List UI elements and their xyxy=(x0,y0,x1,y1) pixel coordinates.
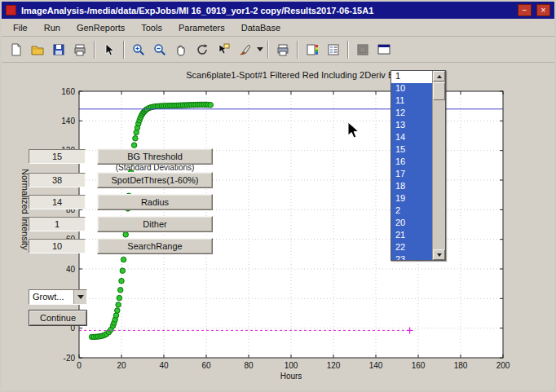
dock-panel-icon xyxy=(356,43,369,56)
continue-button[interactable]: Continue xyxy=(29,310,87,326)
spot-list-item[interactable]: 1 xyxy=(391,71,432,83)
insert-colorbar-icon xyxy=(306,43,319,56)
dock-panel-button[interactable] xyxy=(353,40,373,59)
new-file-icon xyxy=(10,43,23,56)
menu-item-genreports[interactable]: GenReports xyxy=(68,20,133,36)
spot-list-item[interactable]: 16 xyxy=(391,156,432,169)
growth-dropdown[interactable]: Growt... xyxy=(29,289,87,305)
svg-text:100: 100 xyxy=(285,361,298,370)
spot-list-item[interactable]: 14 xyxy=(391,132,432,144)
insert-colorbar-button[interactable] xyxy=(302,40,322,59)
svg-text:140: 140 xyxy=(61,117,75,126)
svg-text:40: 40 xyxy=(66,265,76,274)
growth-dropdown-arrow-button[interactable] xyxy=(73,290,86,304)
minimize-button[interactable]: − xyxy=(518,4,532,16)
open-folder-button[interactable] xyxy=(28,40,47,59)
spot-list-item[interactable]: 13 xyxy=(391,120,432,132)
scroll-down-button[interactable] xyxy=(433,249,445,260)
brush-menu-caret[interactable] xyxy=(255,40,264,59)
zoom-in-icon xyxy=(132,43,145,56)
pan-hand-button[interactable] xyxy=(171,40,191,59)
svg-text:140: 140 xyxy=(369,361,383,370)
print-figure-button[interactable] xyxy=(273,40,293,59)
svg-text:0: 0 xyxy=(77,361,82,370)
app-window: ImageAnalysis-/media/data/ExpJobs/MI 16_… xyxy=(0,0,556,392)
spot-list-item[interactable]: 17 xyxy=(391,169,432,181)
toolbar-separator xyxy=(347,41,349,59)
spot-list-item[interactable]: 21 xyxy=(391,230,432,242)
scroll-up-button[interactable] xyxy=(433,71,445,81)
svg-text:Hours: Hours xyxy=(280,372,302,381)
arrow-up-icon xyxy=(437,75,442,78)
spot-list-item[interactable]: 18 xyxy=(391,181,432,193)
spot-list-item[interactable]: 12 xyxy=(391,108,432,120)
rotate-3d-button[interactable] xyxy=(192,40,212,59)
svg-text:Scan6plate1-Spot#1 Filtered Re: Scan6plate1-Spot#1 Filtered Red Includin… xyxy=(186,70,395,80)
spot-list-item[interactable]: 15 xyxy=(391,144,432,156)
menu-item-run[interactable]: Run xyxy=(36,20,68,36)
dither-button[interactable]: Dither xyxy=(97,216,213,232)
figure-toolbar xyxy=(2,37,554,63)
save-icon xyxy=(52,43,65,56)
brush-button[interactable] xyxy=(235,40,254,59)
menu-item-database[interactable]: DataBase xyxy=(233,20,289,36)
searchrange-input[interactable] xyxy=(29,239,86,253)
new-file-button[interactable] xyxy=(7,40,26,59)
mouse-cursor xyxy=(347,121,360,143)
toolbar-separator xyxy=(297,41,298,59)
spot-list-item[interactable]: 23 xyxy=(391,254,432,260)
menu-item-tools[interactable]: Tools xyxy=(133,20,170,36)
window-title: ImageAnalysis-/media/data/ExpJobs/MI 16_… xyxy=(21,6,513,15)
spot-listbox-items: 110111213141516171819220212223 xyxy=(391,71,432,260)
menubar: File Run GenReports Tools Parameters Dat… xyxy=(2,19,554,37)
svg-text:80: 80 xyxy=(244,361,254,370)
window-layout-button[interactable] xyxy=(374,40,394,59)
svg-text:60: 60 xyxy=(201,361,211,370)
svg-text:-20: -20 xyxy=(64,354,76,363)
toolbar-separator xyxy=(123,41,125,59)
radius-button[interactable]: Radius xyxy=(97,194,213,210)
searchrange-button[interactable]: SearchRange xyxy=(97,238,213,254)
svg-text:40: 40 xyxy=(159,361,169,370)
spot-list-item[interactable]: 22 xyxy=(391,242,432,254)
spot-list-item[interactable]: 11 xyxy=(391,95,432,108)
brush-icon xyxy=(238,43,251,56)
zoom-out-icon xyxy=(153,43,166,56)
print-icon xyxy=(73,43,86,56)
spot-list-item[interactable]: 2 xyxy=(391,205,432,218)
spot-list-item[interactable]: 20 xyxy=(391,218,432,230)
menu-item-file[interactable]: File xyxy=(5,20,36,36)
edit-arrow-icon xyxy=(103,43,116,56)
spotdetthres-button[interactable]: SpotDetThres(1-60%) xyxy=(97,172,213,188)
save-button[interactable] xyxy=(49,40,68,59)
titlebar[interactable]: ImageAnalysis-/media/data/ExpJobs/MI 16_… xyxy=(2,2,554,19)
edit-arrow-button[interactable] xyxy=(99,40,119,59)
toolbar-separator xyxy=(94,41,95,59)
spot-list-item[interactable]: 19 xyxy=(391,193,432,205)
spotdetthres-input[interactable] xyxy=(29,173,86,187)
data-cursor-icon xyxy=(217,43,230,56)
spot-list-item[interactable]: 10 xyxy=(391,83,432,95)
close-button[interactable]: × xyxy=(536,4,550,16)
insert-legend-icon xyxy=(327,43,340,56)
print-button[interactable] xyxy=(70,40,90,59)
window-layout-icon xyxy=(377,43,391,56)
radius-input[interactable] xyxy=(29,195,86,209)
bg-threshold-button[interactable]: BG Threshold xyxy=(97,148,213,165)
svg-text:120: 120 xyxy=(327,361,341,370)
insert-legend-button[interactable] xyxy=(324,40,343,59)
dither-input[interactable] xyxy=(29,217,86,231)
arrow-down-icon xyxy=(437,253,442,257)
pan-hand-icon xyxy=(174,43,188,56)
caret-down-icon xyxy=(257,47,263,51)
data-cursor-button[interactable] xyxy=(214,40,233,59)
scroll-thumb[interactable] xyxy=(433,82,445,100)
spot-listbox-scrollbar[interactable] xyxy=(432,71,445,260)
arrow-cursor-icon xyxy=(347,121,360,139)
zoom-in-button[interactable] xyxy=(129,40,148,59)
zoom-out-button[interactable] xyxy=(150,40,170,59)
toolbar-separator xyxy=(267,41,269,59)
growth-dropdown-label: Growt... xyxy=(29,290,73,304)
menu-item-parameters[interactable]: Parameters xyxy=(170,20,233,36)
bg-threshold-input[interactable] xyxy=(29,149,86,164)
